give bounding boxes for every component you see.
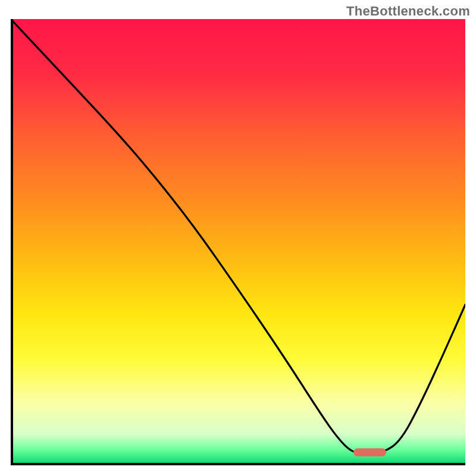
chart-overlay (11, 19, 465, 465)
optimal-marker (353, 449, 386, 457)
watermark-text: TheBottleneck.com (346, 4, 470, 19)
bottleneck-curve (11, 19, 465, 453)
chart-area (11, 19, 465, 465)
